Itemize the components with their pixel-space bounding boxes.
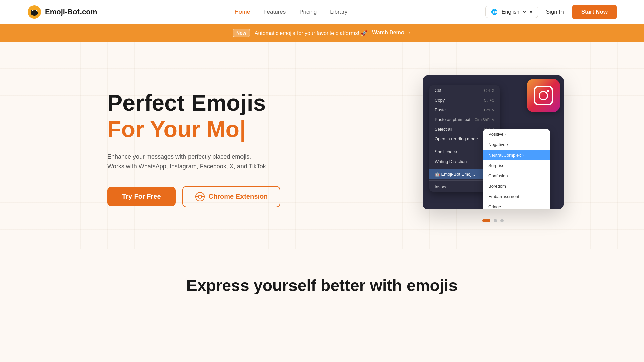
nav-pricing[interactable]: Pricing [299,9,317,15]
nav-links: Home Features Pricing Library [235,9,347,15]
try-for-free-button[interactable]: Try For Free [107,187,176,206]
chrome-icon [195,192,205,201]
language-dropdown[interactable]: English Deutsch Español [500,9,527,15]
ctx-copy: CopyCtrl+C [429,95,500,105]
signin-button[interactable]: Sign In [546,9,564,15]
carousel-dots [423,219,564,222]
logo-icon [27,5,42,19]
hero-left: Perfect Emojis For Your Mo| Enhance your… [107,90,280,207]
logo-link[interactable]: Emoji-Bot.com [27,5,97,19]
ctx-paste-plain: Paste as plain textCtrl+Shift+V [429,115,500,124]
chrome-extension-button[interactable]: Chrome Extension [182,186,281,207]
nav-features[interactable]: Features [263,9,286,15]
emoji-cringe: Cringe [483,202,550,209]
svg-point-5 [36,10,37,11]
ctx-paste: PasteCtrl+V [429,105,500,115]
nav-right: 🌐 English Deutsch Español ▾ Sign In Star… [485,5,617,19]
chevron-down-icon: ▾ [530,9,532,15]
carousel-dot-3[interactable] [500,219,504,222]
instagram-icon [534,86,553,105]
logo-text: Emoji-Bot.com [45,8,97,16]
globe-icon: 🌐 [491,9,498,15]
emoji-positive: Positive › [483,129,550,139]
navbar: Emoji-Bot.com Home Features Pricing Libr… [0,0,644,24]
hero-section: Perfect Emojis For Your Mo| Enhance your… [0,42,644,249]
hero-buttons: Try For Free Chrome Extension [107,186,280,207]
ctx-cut: CutCtrl+X [429,85,500,95]
new-badge: New [233,29,250,37]
express-heading: Express yourself better with emojis [0,276,644,295]
nav-library[interactable]: Library [330,9,347,15]
carousel-dot-1[interactable] [482,219,490,222]
instagram-overlay [527,79,560,112]
section-express: Express yourself better with emojis [0,249,644,308]
svg-point-8 [199,195,201,198]
start-now-button[interactable]: Start Now [572,5,617,19]
watch-demo-link[interactable]: Watch Demo → [372,29,411,36]
hero-description: Enhance your messages with perfectly pla… [107,152,280,171]
hero-title-line2: For Your Mo| [107,117,280,142]
emoji-negative: Negative › [483,139,550,150]
screenshot-mockup: CutCtrl+X CopyCtrl+C PasteCtrl+V Paste a… [423,75,564,209]
emoji-confusion: Confusion [483,171,550,181]
emoji-embarrassment: Embarrassment [483,191,550,202]
announcement-text: Automatic emojis for your favorite platf… [255,30,368,36]
hero-title-line1: Perfect Emojis [107,90,280,115]
emoji-panel: Positive › Negative › Neutral/Complex › … [483,129,550,209]
carousel-dot-2[interactable] [494,219,497,222]
language-selector[interactable]: 🌐 English Deutsch Español ▾ [485,6,538,18]
emoji-boredom: Boredom [483,181,550,191]
chrome-extension-label: Chrome Extension [209,193,268,200]
hero-right: CutCtrl+X CopyCtrl+C PasteCtrl+V Paste a… [423,75,564,222]
emoji-neutral: Neutral/Complex › [483,150,550,160]
nav-home[interactable]: Home [235,9,250,15]
emoji-surprise: Surprise [483,160,550,171]
announcement-bar: New Automatic emojis for your favorite p… [0,24,644,42]
svg-point-4 [32,10,33,11]
